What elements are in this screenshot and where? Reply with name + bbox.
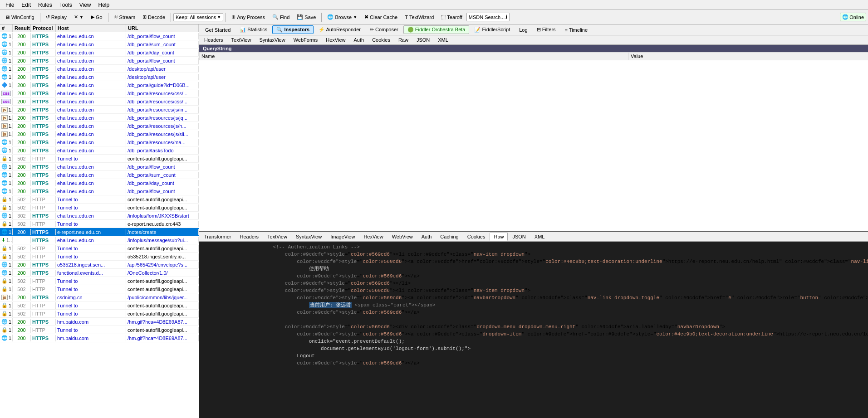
menu-view[interactable]: View xyxy=(76,1,95,9)
session-row[interactable]: 🔒1... 502 HTTP Tunnel to content-autofil… xyxy=(0,310,199,318)
lower-tab-cookies[interactable]: Cookies xyxy=(463,233,490,241)
session-row[interactable]: 🔷1... 200 HTTPS ehall.neu.edu.cn /db_por… xyxy=(0,81,199,89)
browse-button[interactable]: 🌐 Browse ▼ xyxy=(324,13,360,21)
session-row[interactable]: 🔒1... 502 HTTP Tunnel to content-autofil… xyxy=(0,244,199,253)
lower-tab-imageview[interactable]: ImageView xyxy=(326,233,359,241)
session-row[interactable]: 🔒1... 502 HTTP Tunnel to e-report.neu.ed… xyxy=(0,220,199,228)
session-row[interactable]: 🔒1... 502 HTTP Tunnel to o535218.ingest.… xyxy=(0,253,199,261)
lower-tab-textview[interactable]: TextView xyxy=(263,233,291,241)
session-row[interactable]: 🌐1... 200 HTTPS ehall.neu.edu.cn /db_por… xyxy=(0,146,199,155)
tab-composer[interactable]: ✏ Composer xyxy=(366,25,402,34)
lower-tab-json[interactable]: JSON xyxy=(508,233,530,241)
upper-tab-xml[interactable]: XML xyxy=(434,36,452,44)
upper-tab-webforms[interactable]: WebForms xyxy=(289,36,322,44)
tearoff-button[interactable]: ⬚ Tearoff xyxy=(438,13,465,21)
online-indicator[interactable]: 🌐 Online xyxy=(840,13,866,21)
tab-get-started[interactable]: Get Started xyxy=(201,26,235,34)
session-row[interactable]: 🔒1... 502 HTTP Tunnel to content-autofil… xyxy=(0,195,199,204)
col-header-result[interactable]: Result xyxy=(13,24,31,32)
col-header-num[interactable]: # xyxy=(0,24,13,32)
session-row[interactable]: 🌐1... 200 HTTPS ehall.neu.edu.cn /db_por… xyxy=(0,187,199,195)
session-row[interactable]: 🔒1... 502 HTTP Tunnel to content-autofil… xyxy=(0,277,199,285)
close-button[interactable]: ✕ ▼ xyxy=(71,13,87,21)
session-row[interactable]: ⬇1... - HTTPS ehall.neu.edu.cn /infoplus… xyxy=(0,236,199,244)
session-row[interactable]: css1... 200 HTTPS ehall.neu.edu.cn /db_p… xyxy=(0,97,199,106)
col-header-protocol[interactable]: Protocol xyxy=(31,24,56,32)
keep-dropdown[interactable]: Keep: All sessions ▼ xyxy=(173,13,223,21)
menu-edit[interactable]: Edit xyxy=(18,1,34,9)
session-row[interactable]: js1... 200 HTTPS ehall.neu.edu.cn /db_po… xyxy=(0,106,199,114)
session-row[interactable]: 🌐1... 200 HTTPS ehall.neu.edu.cn /db_por… xyxy=(0,32,199,40)
session-row[interactable]: 🌐1... 200 HTTPS ehall.neu.edu.cn /db_por… xyxy=(0,171,199,179)
go-button[interactable]: ▶ Go xyxy=(88,13,106,21)
upper-tab-hexview[interactable]: HexView xyxy=(322,36,349,44)
session-row[interactable]: 🌐1... 200 HTTPS ehall.neu.edu.cn /deskto… xyxy=(0,73,199,81)
upper-tab-headers[interactable]: Headers xyxy=(200,36,227,44)
menu-file[interactable]: File xyxy=(2,1,18,9)
replay-button[interactable]: ↺ Replay xyxy=(43,13,70,21)
session-protocol: HTTPS xyxy=(31,41,56,48)
session-row[interactable]: js1... 200 HTTPS csdnimg.cn /public/comm… xyxy=(0,293,199,301)
session-row[interactable]: 🌐1... 200 HTTPS ehall.neu.edu.cn /db_por… xyxy=(0,57,199,65)
lower-tab-hexview[interactable]: HexView xyxy=(359,233,387,241)
session-row[interactable]: 🔒1... 200 HTTP Tunnel to content-autofil… xyxy=(0,326,199,334)
session-row[interactable]: 🌐1... 200 HTTPS ehall.neu.edu.cn /deskto… xyxy=(0,65,199,73)
lower-tab-raw[interactable]: Raw xyxy=(490,233,508,241)
menu-help[interactable]: Help xyxy=(95,1,113,9)
upper-tab-textview[interactable]: TextView xyxy=(227,36,255,44)
session-row[interactable]: 🌐1... 200 HTTPS o535218.ingest.sen... /a… xyxy=(0,261,199,269)
tab-fiddlerscript[interactable]: 📝 FiddlerScript xyxy=(470,25,514,34)
tab-log[interactable]: Log xyxy=(515,26,531,34)
lower-tab-transformer[interactable]: Transformer xyxy=(200,233,235,241)
session-row[interactable]: 🌐1... 200 HTTPS ehall.neu.edu.cn /db_por… xyxy=(0,179,199,187)
find-button[interactable]: 🔍 Find xyxy=(269,13,293,21)
winconfig-button[interactable]: 🖥 WinConfig xyxy=(2,13,38,21)
session-row[interactable]: 🌐1... 200 HTTPS hm.baidu.com /hm.gif?hca… xyxy=(0,318,199,326)
stream-button[interactable]: ≋ Stream xyxy=(111,13,138,21)
session-row[interactable]: 🌐1... 200 HTTPS e-report.neu.edu.cn /not… xyxy=(0,228,199,236)
session-row[interactable]: 🌐1... 200 HTTPS ehall.neu.edu.cn /db_por… xyxy=(0,40,199,49)
lower-tab-xml[interactable]: XML xyxy=(530,233,549,241)
lower-tab-syntaxview[interactable]: SyntaxView xyxy=(292,233,326,241)
session-row[interactable]: js1... 200 HTTPS ehall.neu.edu.cn /db_po… xyxy=(0,122,199,130)
lower-inspector-content[interactable]: <!-- Authentication Links --> color:#9cd… xyxy=(199,242,868,418)
upper-tab-json[interactable]: JSON xyxy=(412,36,434,44)
session-row[interactable]: 🔒1... 502 HTTP Tunnel to content-autofil… xyxy=(0,155,199,163)
menu-tools[interactable]: Tools xyxy=(56,1,76,9)
tab-statistics[interactable]: 📊 Statistics xyxy=(235,25,271,34)
col-header-host[interactable]: Host xyxy=(56,24,126,32)
session-row[interactable]: js1... 200 HTTPS ehall.neu.edu.cn /db_po… xyxy=(0,130,199,138)
session-row[interactable]: js1... 200 HTTPS ehall.neu.edu.cn /db_po… xyxy=(0,114,199,122)
lower-tab-auth[interactable]: Auth xyxy=(417,233,436,241)
clear-cache-button[interactable]: ✖ Clear Cache xyxy=(361,13,401,21)
upper-tab-syntaxview[interactable]: SyntaxView xyxy=(255,36,289,44)
lower-tab-caching[interactable]: Caching xyxy=(436,233,462,241)
lower-tab-headers[interactable]: Headers xyxy=(236,233,263,241)
session-row[interactable]: css1... 200 HTTPS ehall.neu.edu.cn /db_p… xyxy=(0,89,199,97)
session-row[interactable]: 🌐1... 200 HTTPS functional.events.d... /… xyxy=(0,269,199,277)
msdn-dropdown[interactable]: MSDN Search... ℹ xyxy=(466,13,510,21)
tab-inspectors[interactable]: 🔍 Inspectors xyxy=(272,25,314,34)
session-row[interactable]: 🌐1... 200 HTTPS ehall.neu.edu.cn /db_por… xyxy=(0,138,199,146)
col-header-url[interactable]: URL xyxy=(126,24,199,32)
any-process-button[interactable]: ⊕ Any Process xyxy=(228,13,268,21)
session-row[interactable]: 🌐1... 302 HTTPS ehall.neu.edu.cn /infopl… xyxy=(0,212,199,220)
menu-rules[interactable]: Rules xyxy=(34,1,56,9)
text-wizard-button[interactable]: T TextWizard xyxy=(402,13,437,21)
session-row[interactable]: 🌐1... 200 HTTPS hm.baidu.com /hm.gif?hca… xyxy=(0,334,199,342)
tab-autoresponder[interactable]: ⚡ AutoResponder xyxy=(314,25,365,34)
tab-fiddler-orchestra-beta[interactable]: 🟢 Fiddler Orchestra Beta xyxy=(403,25,470,34)
session-row[interactable]: 🌐1... 200 HTTPS ehall.neu.edu.cn /db_por… xyxy=(0,163,199,171)
upper-tab-cookies[interactable]: Cookies xyxy=(368,36,394,44)
save-button[interactable]: 💾 Save xyxy=(294,13,319,21)
tab-filters[interactable]: ⊟ Filters xyxy=(533,25,560,34)
session-row[interactable]: 🔒1... 502 HTTP Tunnel to content-autofil… xyxy=(0,301,199,310)
session-row[interactable]: 🔒1... 502 HTTP Tunnel to content-autofil… xyxy=(0,285,199,293)
upper-tab-raw[interactable]: Raw xyxy=(394,36,412,44)
session-row[interactable]: 🔒1... 502 HTTP Tunnel to content-autofil… xyxy=(0,204,199,212)
session-row[interactable]: 🌐1... 200 HTTPS ehall.neu.edu.cn /db_por… xyxy=(0,49,199,57)
lower-tab-webview[interactable]: WebView xyxy=(388,233,417,241)
upper-tab-auth[interactable]: Auth xyxy=(350,36,368,44)
decode-button[interactable]: ⊞ Decode xyxy=(139,13,168,21)
tab-timeline[interactable]: ≡ Timeline xyxy=(561,26,592,34)
